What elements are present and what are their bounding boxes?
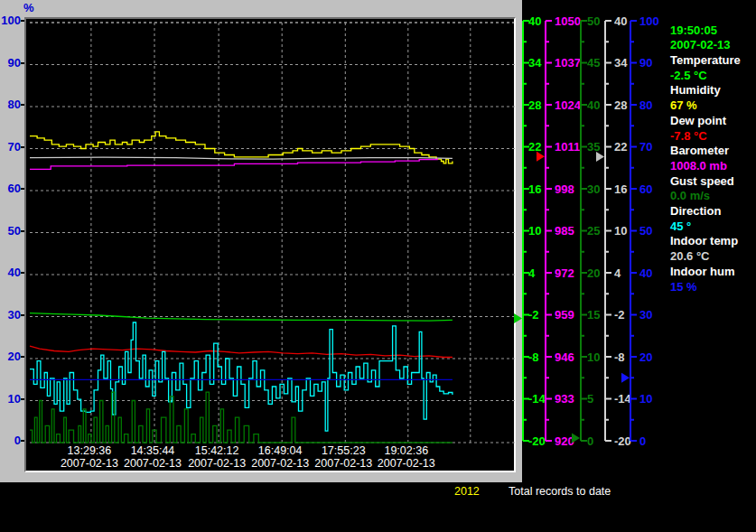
humidity-scale-label: 60 [639,182,652,196]
humidity-scale-label: 50 [639,224,652,238]
weather-display-window: % 1009080706050403020100 13:29:362007-02… [0,0,756,532]
left-axis-tick-label: 0 [0,434,21,447]
wind-speed-scale-marker-arrow [572,434,580,443]
humidity-scale-label: 90 [639,56,652,70]
x-axis-date: 2007-02-13 [366,457,447,470]
wind-speed-scale-label: 40 [587,98,600,112]
barometer-scale-label: 1024 [555,98,582,112]
wind-speed-scale-label: 50 [587,14,600,28]
x-axis-time: 19:02:36 [366,444,447,457]
humidity-scale-marker-arrow [621,373,630,383]
trace-direction [30,322,453,431]
record-count-label: Total records to date [509,485,611,498]
clock-date: 2007-02-13 [670,38,731,51]
barometer-scale-label: 985 [555,224,574,238]
barometer-scale-label: 1050 [555,14,581,28]
outdoor-temp-scale-label: 4 [528,266,536,280]
left-axis-tick-label: 30 [0,309,21,322]
reading-label-indoor-hum: Indoor hum [670,265,735,278]
chart-plot[interactable] [28,21,516,469]
reading-label-direction: Direction [670,204,721,218]
indoor-temp-scale-label: 34 [614,56,628,70]
reading-value-gust-speed: 0.0 m/s [670,189,710,202]
record-count: 2012 [454,485,480,498]
barometer-scale-label: 920 [555,434,574,448]
left-axis-tick-label: 60 [0,182,21,195]
indoor-temp-scale-label: 28 [614,98,627,112]
humidity-scale-label: 20 [639,350,652,364]
left-axis-tick-label: 80 [0,98,21,111]
barometer-scale-label: 972 [555,266,574,280]
outdoor-temp-scale-label: 34 [528,56,542,70]
wind-speed-scale-label: 30 [587,182,600,196]
indoor-temp-scale-label: -8 [614,350,625,364]
trace-gust-speed [30,392,453,443]
reading-value-dew-point: -7.8 °C [670,129,707,143]
left-axis-tick-label: 90 [0,57,21,70]
reading-label-dew-point: Dew point [670,114,726,127]
outdoor-temp-scale-label: 22 [528,140,541,154]
indoor-temp-scale-marker-arrow [596,152,604,162]
clock-time: 19:50:05 [670,23,717,37]
outdoor-temp-scale-label: 28 [528,98,541,112]
barometer-scale-label: 933 [555,392,574,406]
reading-label-indoor-temp: Indoor temp [670,234,738,247]
humidity-scale-label: 40 [639,266,652,280]
wind-speed-scale-label: 25 [587,224,600,238]
humidity-scale-label: 10 [639,392,652,406]
reading-value-humidity: 67 % [670,98,697,112]
left-axis-tick-label: 20 [0,350,21,363]
trace-indoor-temp [30,157,453,159]
reading-value-temperature: -2.5 °C [670,69,707,82]
left-axis-tick-label: 10 [0,393,21,406]
reading-value-indoor-hum: 15 % [670,280,697,294]
indoor-temp-scale-label: 22 [614,140,627,154]
humidity-scale-label: 0 [639,434,646,448]
wind-speed-scale-label: 15 [587,308,600,322]
wind-speed-scale-label: 10 [587,350,600,364]
reading-label-temperature: Temperature [670,53,741,67]
reading-value-barometer: 1008.0 mb [670,159,727,173]
outdoor-temp-scale-label: -8 [528,350,539,364]
outdoor-temp-scale-label: 16 [528,182,541,196]
reading-label-barometer: Barometer [670,144,729,157]
outdoor-temp-scale-label: -20 [528,434,546,448]
outdoor-temp-scale-label: 40 [528,14,541,28]
wind-speed-scale-label: 20 [587,266,600,280]
wind-speed-scale-label: 5 [587,392,593,406]
humidity-scale-label: 70 [639,140,652,154]
indoor-temp-scale-label: 10 [614,224,627,238]
barometer-scale-marker-arrow [537,152,545,162]
reading-value-direction: 45 ° [670,219,691,233]
indoor-temp-scale-label: 40 [614,14,627,28]
left-axis-tick-label: 40 [0,266,21,279]
indoor-temp-scale-label: -2 [614,308,625,322]
reading-label-gust-speed: Gust speed [670,174,734,188]
barometer-scale-label: 998 [555,182,574,196]
outdoor-temp-scale-label: 10 [528,224,541,238]
barometer-scale-label: 959 [555,308,574,322]
wind-speed-scale-label: 0 [587,434,593,448]
left-axis-tick-label: 50 [0,225,21,238]
left-axis-tick-label: 100 [0,14,21,27]
trace-dew-point [30,346,453,357]
indoor-temp-scale-label: -20 [614,434,631,448]
humidity-scale-label: 100 [639,14,659,28]
left-axis-tick-label: 70 [0,141,21,154]
outdoor-temp-scale-label: -14 [528,392,546,406]
reading-label-humidity: Humidity [670,83,721,97]
indoor-temp-scale-label: 16 [614,182,627,196]
indoor-temp-scale-label: -14 [614,392,632,406]
humidity-scale-label: 80 [639,98,652,112]
barometer-scale-label: 1037 [555,56,581,70]
outdoor-temp-scale-label: -2 [528,308,539,322]
indoor-temp-scale-label: 4 [614,266,621,280]
wind-speed-scale-label: 45 [587,56,600,70]
left-axis-unit-label: % [23,1,36,14]
humidity-scale-label: 30 [639,308,652,322]
reading-value-indoor-temp: 20.6 °C [670,249,710,263]
barometer-scale-label: 1011 [555,140,580,154]
barometer-scale-label: 946 [555,350,574,364]
chart-frame: 13:29:362007-02-1314:35:442007-02-1315:4… [24,17,516,472]
wind-speed-scale-label: 35 [587,140,600,154]
